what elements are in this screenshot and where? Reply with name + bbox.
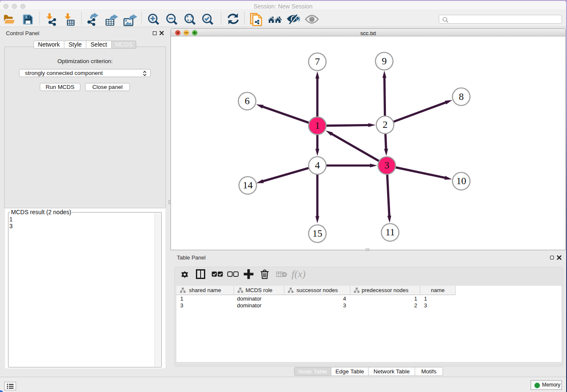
svg-text:11: 11 [385,226,395,237]
svg-text:15: 15 [312,228,322,239]
svg-text:1: 1 [315,120,320,131]
svg-text:14: 14 [243,179,253,190]
svg-text:3: 3 [384,160,389,171]
svg-text:6: 6 [245,95,250,106]
svg-text:2: 2 [383,119,388,130]
svg-text:10: 10 [456,175,466,186]
svg-text:9: 9 [382,55,387,66]
svg-text:4: 4 [315,160,320,171]
svg-text:7: 7 [315,56,320,67]
svg-text:8: 8 [459,91,464,102]
